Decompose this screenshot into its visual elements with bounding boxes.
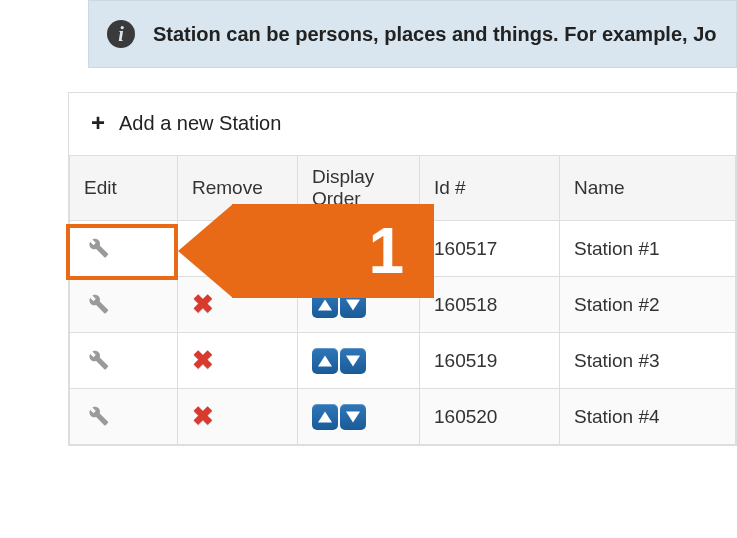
info-icon: i (107, 20, 135, 48)
add-station-button[interactable]: + Add a new Station (91, 111, 281, 135)
cell-id: 160520 (420, 389, 560, 445)
wrench-icon[interactable] (84, 345, 110, 371)
col-header-remove: Remove (178, 156, 298, 221)
table-row: ✖160519Station #3 (70, 333, 736, 389)
wrench-icon[interactable] (84, 401, 110, 427)
wrench-icon[interactable] (84, 289, 110, 315)
cell-name: Station #4 (560, 389, 736, 445)
col-header-order: Display Order (298, 156, 420, 221)
col-header-edit: Edit (70, 156, 178, 221)
move-down-button[interactable] (340, 348, 366, 374)
delete-icon[interactable]: ✖ (192, 345, 214, 375)
table-row: 160517Station #1 (70, 221, 736, 277)
cell-id: 160519 (420, 333, 560, 389)
wrench-icon[interactable] (84, 233, 110, 259)
move-up-button[interactable] (312, 404, 338, 430)
table-row: ✖160520Station #4 (70, 389, 736, 445)
col-header-name: Name (560, 156, 736, 221)
delete-icon[interactable]: ✖ (192, 401, 214, 431)
stations-panel: + Add a new Station Edit Remove Display … (68, 92, 737, 446)
move-up-button[interactable] (312, 292, 338, 318)
cell-id: 160517 (420, 221, 560, 277)
panel-header: + Add a new Station (69, 93, 736, 155)
col-header-id: Id # (420, 156, 560, 221)
add-station-label: Add a new Station (119, 112, 281, 135)
delete-icon[interactable]: ✖ (192, 289, 214, 319)
plus-icon: + (91, 111, 105, 135)
cell-name: Station #1 (560, 221, 736, 277)
info-text: Station can be persons, places and thing… (153, 23, 716, 46)
info-banner: i Station can be persons, places and thi… (88, 0, 737, 68)
move-down-button[interactable] (340, 292, 366, 318)
move-down-button[interactable] (340, 404, 366, 430)
cell-id: 160518 (420, 277, 560, 333)
move-up-button[interactable] (312, 348, 338, 374)
cell-name: Station #3 (560, 333, 736, 389)
cell-name: Station #2 (560, 277, 736, 333)
stations-table: Edit Remove Display Order Id # Name 1605… (69, 155, 736, 445)
table-row: ✖160518Station #2 (70, 277, 736, 333)
